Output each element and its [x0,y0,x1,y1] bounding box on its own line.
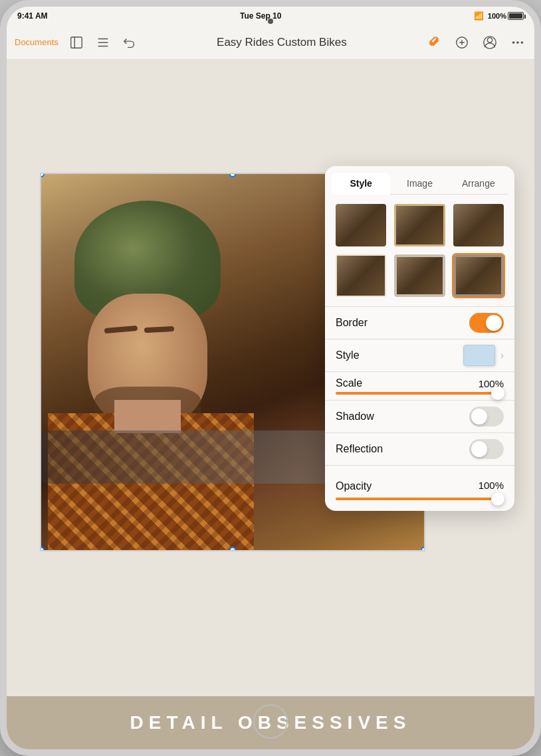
opacity-section: Opacity 100% [325,466,514,511]
toolbar-left: Documents [15,34,138,51]
opacity-slider-fill [336,498,504,500]
scale-label-row: Scale 100% [336,372,504,389]
border-toggle-thumb [486,315,502,331]
svg-point-11 [516,41,519,44]
style-thumb-5[interactable] [393,253,446,298]
style-row-right: › [463,345,504,366]
style-row[interactable]: Style › [336,339,504,371]
scale-slider-fill [336,392,504,395]
border-row: Border [336,307,504,339]
panel-toggle-button[interactable] [68,34,85,51]
reflection-row: Reflection [336,433,504,465]
shadow-row: Shadow [336,401,504,432]
shadow-toggle[interactable] [469,407,504,426]
reflection-section: Reflection [325,433,514,465]
pin-icon[interactable] [425,34,443,51]
tab-style[interactable]: Style [332,173,390,194]
svg-point-10 [512,41,515,44]
opacity-slider-thumb[interactable] [491,492,504,506]
battery: 100% [488,12,524,20]
battery-percent: 100% [488,12,506,20]
style-thumb-1[interactable] [334,203,387,248]
reflection-toggle-thumb [471,441,487,457]
scale-section: Scale 100% [325,372,514,400]
svg-point-8 [487,37,492,42]
scale-slider-thumb[interactable] [491,387,504,400]
style-thumb-3[interactable] [452,203,505,248]
status-time: 9:41 AM [17,11,48,21]
tab-arrange[interactable]: Arrange [449,173,508,194]
reflection-label: Reflection [336,443,383,455]
status-date: Tue Sep 10 [240,11,281,21]
shadow-label: Shadow [336,411,374,423]
opacity-slider-track[interactable] [336,498,504,500]
style-thumb-2[interactable] [393,203,446,248]
battery-bar [508,12,524,20]
status-right: 📶 100% [474,11,524,21]
selection-handle-bl[interactable] [40,547,45,551]
add-button[interactable] [453,34,471,51]
canvas-area: DETAIL OBSESSIVES Style Image Arrange [7,60,534,749]
toolbar-right [425,34,526,51]
style-swatch[interactable] [463,345,495,366]
format-panel: Style Image Arrange [325,166,514,511]
list-button[interactable] [94,34,112,51]
border-section: Border [325,307,514,339]
toolbar: Documents Easy Rid [7,25,534,60]
battery-fill [509,13,522,19]
style-label: Style [336,349,360,361]
border-toggle[interactable] [469,313,504,333]
style-thumb-4[interactable] [334,253,387,298]
opacity-label: Opacity [336,475,372,495]
bottom-text-overlay: DETAIL OBSESSIVES [7,696,534,749]
border-label: Border [336,317,368,329]
user-button[interactable] [481,34,498,51]
svg-rect-0 [71,37,82,48]
wifi-icon: 📶 [474,11,484,21]
tab-image[interactable]: Image [390,173,449,194]
documents-button[interactable]: Documents [15,37,58,47]
more-button[interactable] [509,34,526,51]
scale-slider-track[interactable] [336,392,504,395]
style-thumbnails-grid [325,195,514,306]
style-section: Style › [325,339,514,371]
tab-bar: Style Image Arrange [325,166,514,194]
selection-handle-br[interactable] [421,547,425,551]
shadow-section: Shadow [325,401,514,432]
scale-slider-container [336,389,504,400]
document-title: Easy Rides Custom Bikes [146,36,417,49]
ipad-frame: 9:41 AM Tue Sep 10 📶 100% Documents [0,0,541,756]
undo-button[interactable] [121,34,138,51]
scale-slider-row [336,392,504,395]
opacity-value: 100% [476,480,504,491]
svg-point-12 [521,41,524,44]
scale-label: Scale [336,377,362,389]
detail-obsessives-text: DETAIL OBSESSIVES [130,712,411,733]
style-thumb-6[interactable] [452,253,505,298]
opacity-slider-row [336,498,504,500]
shadow-toggle-thumb [471,409,487,425]
style-chevron-icon: › [500,349,504,361]
selection-handle-bm[interactable] [229,547,236,551]
reflection-toggle[interactable] [469,439,504,459]
status-bar: 9:41 AM Tue Sep 10 📶 100% [7,7,534,25]
